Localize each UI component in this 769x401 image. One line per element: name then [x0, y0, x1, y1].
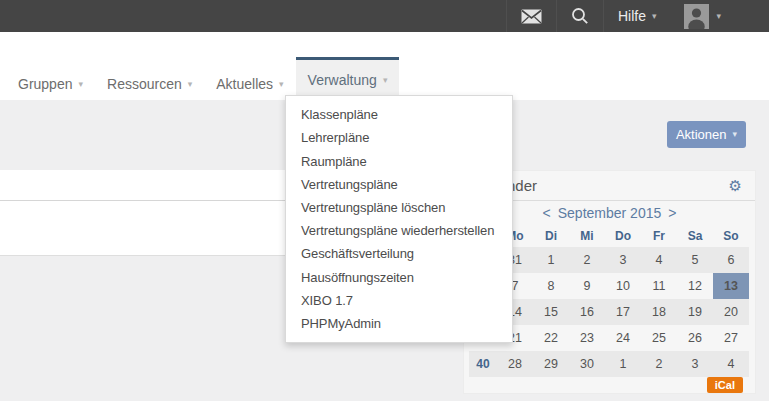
day-cell[interactable]: 8 [533, 273, 569, 299]
day-cell[interactable]: 6 [713, 247, 749, 273]
mail-icon [521, 9, 542, 24]
day-cell[interactable]: 28 [497, 351, 533, 377]
chevron-down-icon: ▾ [78, 80, 83, 89]
user-menu[interactable]: ▾ [670, 0, 735, 32]
menu-item-vertretungsplaene[interactable]: Vertretungspläne [286, 173, 512, 196]
day-cell[interactable]: 20 [713, 299, 749, 325]
dow-label: Do [605, 225, 641, 247]
dow-label: Fr [641, 225, 677, 247]
chevron-down-icon: ▾ [188, 80, 193, 89]
help-label: Hilfe [618, 8, 646, 24]
day-cell[interactable]: 16 [569, 299, 605, 325]
mail-button[interactable] [507, 0, 556, 32]
avatar [684, 4, 709, 29]
menu-item-xibo[interactable]: XIBO 1.7 [286, 289, 512, 312]
menu-item-phpmyadmin[interactable]: PHPMyAdmin [286, 312, 512, 335]
nav-label: Gruppen [18, 76, 72, 92]
day-cell[interactable]: 5 [677, 247, 713, 273]
day-cell[interactable]: 18 [641, 299, 677, 325]
day-cell[interactable]: 30 [569, 351, 605, 377]
chevron-down-icon: ▾ [733, 130, 738, 139]
ical-button[interactable]: iCal [707, 377, 743, 393]
day-cell[interactable]: 25 [641, 325, 677, 351]
menu-item-hausoeffnungszeiten[interactable]: Hausöffnungszeiten [286, 265, 512, 288]
menu-item-vertretungsplaene-loeschen[interactable]: Vertretungspläne löschen [286, 196, 512, 219]
calendar-week-row: 40 28 29 30 1 2 3 4 [469, 351, 749, 377]
day-cell[interactable]: 10 [605, 273, 641, 299]
menu-item-geschaeftsverteilung[interactable]: Geschäftsverteilung [286, 242, 512, 265]
chevron-down-icon: ▾ [279, 80, 284, 89]
help-menu[interactable]: Hilfe ▾ [604, 0, 671, 32]
dow-label: Sa [677, 225, 713, 247]
day-cell[interactable]: 3 [605, 247, 641, 273]
nav-item-ressourcen[interactable]: Ressourcen ▾ [95, 68, 204, 100]
topbar: Hilfe ▾ ▾ [0, 0, 769, 32]
day-cell[interactable]: 12 [677, 273, 713, 299]
menu-item-lehrerplaene[interactable]: Lehrerpläne [286, 126, 512, 149]
day-cell[interactable]: 2 [569, 247, 605, 273]
nav-label: Aktuelles [216, 76, 273, 92]
menu-item-vertretungsplaene-wiederherstellen[interactable]: Vertretungspläne wiederherstellen [286, 219, 512, 242]
menu-item-raumplaene[interactable]: Raumpläne [286, 149, 512, 172]
actions-button[interactable]: Aktionen ▾ [667, 121, 746, 148]
topbar-right-group: Hilfe ▾ ▾ [506, 0, 769, 32]
day-cell[interactable]: 22 [533, 325, 569, 351]
dow-label: So [713, 225, 749, 247]
day-cell[interactable]: 4 [713, 351, 749, 377]
gear-icon[interactable]: ⚙ [729, 177, 742, 195]
calendar-footer: iCal [464, 377, 755, 395]
month-label: September 2015 [558, 205, 662, 221]
day-cell[interactable]: 23 [569, 325, 605, 351]
day-cell-selected[interactable]: 13 [713, 273, 749, 299]
day-cell[interactable]: 9 [569, 273, 605, 299]
actions-label: Aktionen [676, 127, 727, 142]
day-cell[interactable]: 15 [533, 299, 569, 325]
day-cell[interactable]: 17 [605, 299, 641, 325]
nav-item-gruppen[interactable]: Gruppen ▾ [6, 68, 95, 100]
day-cell[interactable]: 29 [533, 351, 569, 377]
chevron-down-icon: ▾ [716, 12, 721, 21]
chevron-down-icon: ▾ [383, 76, 388, 85]
nav-item-verwaltung[interactable]: Verwaltung ▾ [296, 57, 400, 100]
day-cell[interactable]: 24 [605, 325, 641, 351]
day-cell[interactable]: 1 [533, 247, 569, 273]
nav-label: Ressourcen [107, 76, 182, 92]
week-number: 40 [469, 351, 497, 377]
day-cell[interactable]: 3 [677, 351, 713, 377]
day-cell[interactable]: 26 [677, 325, 713, 351]
search-icon [571, 7, 589, 25]
menu-item-klassenplaene[interactable]: Klassenpläne [286, 103, 512, 126]
verwaltung-dropdown-menu: Klassenpläne Lehrerpläne Raumpläne Vertr… [285, 95, 513, 343]
day-cell[interactable]: 2 [641, 351, 677, 377]
nav-item-aktuelles[interactable]: Aktuelles ▾ [204, 68, 295, 100]
prev-month-button[interactable]: < [543, 205, 551, 221]
search-button[interactable] [557, 0, 603, 32]
chevron-down-icon: ▾ [652, 12, 657, 21]
next-month-button[interactable]: > [668, 205, 676, 221]
dow-label: Mi [569, 225, 605, 247]
dow-label: Di [533, 225, 569, 247]
day-cell[interactable]: 19 [677, 299, 713, 325]
day-cell[interactable]: 11 [641, 273, 677, 299]
day-cell[interactable]: 1 [605, 351, 641, 377]
nav-label: Verwaltung [308, 72, 377, 88]
day-cell[interactable]: 4 [641, 247, 677, 273]
day-cell[interactable]: 27 [713, 325, 749, 351]
main-nav: Gruppen ▾ Ressourcen ▾ Aktuelles ▾ Verwa… [0, 32, 769, 100]
